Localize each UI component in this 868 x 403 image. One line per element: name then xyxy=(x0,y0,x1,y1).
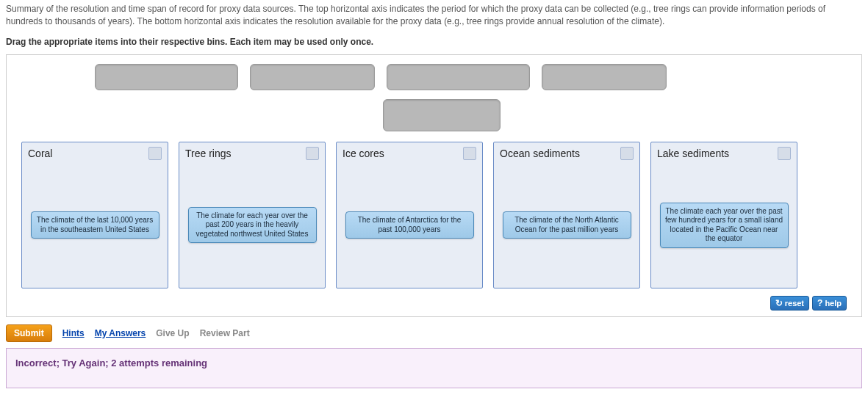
reset-button[interactable]: ↻ reset xyxy=(770,296,809,311)
empty-source-slot[interactable] xyxy=(542,64,667,90)
bin-handle-icon xyxy=(778,147,791,160)
bin-handle-icon xyxy=(148,147,162,160)
help-label: help xyxy=(825,299,842,308)
bin-label: Lake sediments xyxy=(657,148,729,159)
bin-title: Ice cores xyxy=(337,142,482,163)
bin-label: Ice cores xyxy=(342,148,384,159)
bin-title: Coral xyxy=(22,142,168,163)
empty-source-slot[interactable] xyxy=(383,99,501,131)
reset-label: reset xyxy=(785,299,804,308)
empty-source-slot[interactable] xyxy=(250,64,375,90)
my-answers-link[interactable]: My Answers xyxy=(95,328,146,338)
bin-title: Tree rings xyxy=(179,142,325,163)
bin-handle-icon xyxy=(620,147,634,160)
bin-title: Ocean sediments xyxy=(494,142,639,163)
submit-button[interactable]: Submit xyxy=(6,324,52,342)
instructions-text: Drag the appropriate items into their re… xyxy=(0,31,868,54)
source-row-2 xyxy=(21,99,847,131)
bins-row: Coral The climate of the last 10,000 yea… xyxy=(21,142,847,288)
answer-chip[interactable]: The climate of the last 10,000 years in … xyxy=(31,211,159,239)
feedback-message: Incorrect; Try Again; 2 attempts remaini… xyxy=(6,348,862,388)
bin-label: Ocean sediments xyxy=(500,148,580,159)
bin-body[interactable]: The climate of the North Atlantic Ocean … xyxy=(494,163,639,288)
bin-body[interactable]: The climate of Antarctica for the past 1… xyxy=(337,163,482,288)
review-link[interactable]: Review Part xyxy=(200,328,250,338)
controls-row: ↻ reset ? help xyxy=(21,294,847,311)
answer-chip[interactable]: The climate each year over the past few … xyxy=(660,203,789,248)
answer-chip[interactable]: The climate of Antarctica for the past 1… xyxy=(345,211,474,239)
drag-drop-panel: Coral The climate of the last 10,000 yea… xyxy=(6,54,862,317)
bin-coral[interactable]: Coral The climate of the last 10,000 yea… xyxy=(21,142,168,288)
source-row-1 xyxy=(21,64,847,90)
bin-lake-sediments[interactable]: Lake sediments The climate each year ove… xyxy=(650,142,797,288)
help-icon: ? xyxy=(817,298,822,308)
answer-chip[interactable]: The climate of the North Atlantic Ocean … xyxy=(503,211,631,239)
bin-tree-rings[interactable]: Tree rings The climate for each year ove… xyxy=(179,142,326,288)
bin-body[interactable]: The climate of the last 10,000 years in … xyxy=(22,163,168,288)
bin-ice-cores[interactable]: Ice cores The climate of Antarctica for … xyxy=(336,142,483,288)
bin-ocean-sediments[interactable]: Ocean sediments The climate of the North… xyxy=(493,142,640,288)
bin-body[interactable]: The climate for each year over the past … xyxy=(179,163,325,288)
footer-row: Submit Hints My Answers Give Up Review P… xyxy=(0,317,868,348)
empty-source-slot[interactable] xyxy=(95,64,238,90)
empty-source-slot[interactable] xyxy=(387,64,530,90)
bin-title: Lake sediments xyxy=(651,142,797,163)
bin-handle-icon xyxy=(306,147,319,160)
answer-chip[interactable]: The climate for each year over the past … xyxy=(188,207,317,244)
bin-label: Coral xyxy=(28,148,52,159)
reset-icon: ↻ xyxy=(775,298,783,308)
intro-text: Summary of the resolution and time span … xyxy=(0,0,868,31)
bin-handle-icon xyxy=(463,147,476,160)
give-up-link[interactable]: Give Up xyxy=(156,328,189,338)
help-button[interactable]: ? help xyxy=(812,296,847,311)
hints-link[interactable]: Hints xyxy=(62,328,85,338)
bin-body[interactable]: The climate each year over the past few … xyxy=(651,163,797,288)
bin-label: Tree rings xyxy=(185,148,232,159)
